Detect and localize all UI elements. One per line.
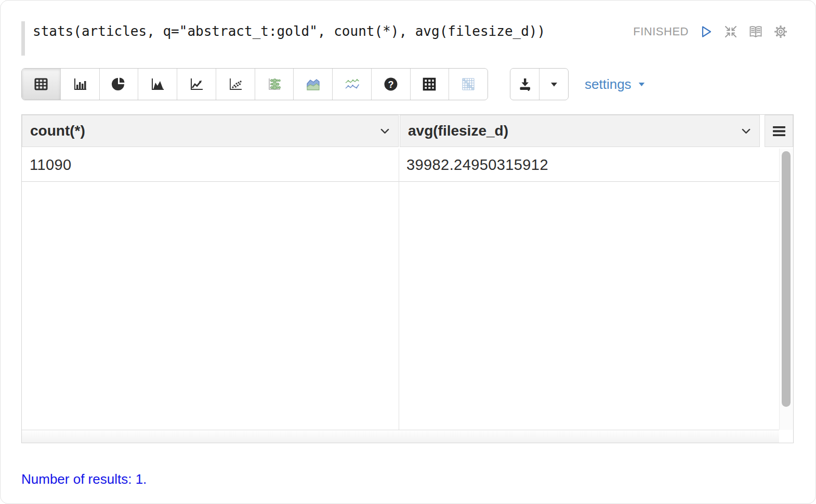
column-header-label: avg(filesize_d) (408, 123, 508, 139)
download-button[interactable] (510, 69, 539, 100)
area-chart-icon (149, 76, 166, 92)
stacked-area-chart-icon (304, 76, 322, 92)
matrix-icon (459, 76, 477, 92)
scatter-chart-icon (227, 76, 244, 92)
hamburger-menu-icon (771, 124, 787, 138)
viz-button-matrix[interactable] (449, 69, 488, 100)
pie-chart-icon (110, 76, 127, 92)
bubble-chart-icon (265, 76, 283, 92)
help-icon: ? (382, 76, 400, 92)
vertical-scrollbar[interactable] (779, 149, 793, 430)
chevron-down-icon[interactable] (379, 127, 391, 136)
download-icon (517, 76, 533, 92)
results-count-note: Number of results: 1. (21, 471, 147, 487)
play-icon (698, 24, 714, 39)
svg-text:?: ? (388, 79, 393, 90)
paragraph-controls: FINISHED (633, 22, 788, 41)
grid-menu-button[interactable] (765, 115, 793, 147)
viz-button-stacked-area-chart[interactable] (293, 69, 332, 100)
viz-button-area-chart[interactable] (138, 69, 177, 100)
viz-toolbar: ? (21, 68, 488, 100)
download-options-button[interactable] (539, 69, 568, 100)
download-split-button (510, 68, 569, 100)
viz-button-bubble-chart[interactable] (255, 69, 294, 100)
settings-toggle[interactable]: settings (585, 68, 647, 100)
table-icon (32, 76, 50, 92)
collapse-button[interactable] (723, 24, 739, 39)
viz-button-bar-chart[interactable] (60, 69, 99, 100)
viz-button-grid[interactable] (410, 69, 449, 100)
line-chart-icon (188, 76, 205, 92)
caret-down-icon (637, 81, 647, 88)
editor-gutter (21, 21, 25, 56)
caret-down-icon (549, 80, 559, 88)
viz-button-scatter-chart[interactable] (216, 69, 255, 100)
cell-avg-filesize: 39982.24950315912 (399, 156, 779, 174)
notebook-paragraph: stats(articles, q="abstract_t:gold", cou… (0, 0, 816, 504)
column-divider (399, 149, 399, 430)
grid-icon (420, 76, 438, 92)
viz-button-multi-line-chart[interactable] (332, 69, 371, 100)
status-badge: FINISHED (633, 25, 689, 38)
viz-button-line-chart[interactable] (177, 69, 216, 100)
viz-button-help[interactable]: ? (371, 69, 410, 100)
cell-count: 11090 (22, 156, 399, 174)
viz-button-pie-chart[interactable] (99, 69, 138, 100)
result-table: count(*) avg(filesize_d) 11090 39982.249… (21, 114, 794, 443)
run-button[interactable] (698, 24, 714, 39)
settings-label: settings (585, 76, 631, 92)
book-icon (748, 24, 764, 39)
gear-icon (773, 24, 788, 39)
table-viewport: 11090 39982.24950315912 (22, 149, 779, 430)
bar-chart-icon (71, 76, 89, 92)
paragraph-settings-button[interactable] (773, 24, 788, 39)
column-header-avg-filesize[interactable]: avg(filesize_d) (400, 115, 760, 147)
editor-toggle-button[interactable] (748, 24, 764, 39)
table-row[interactable]: 11090 39982.24950315912 (22, 149, 779, 182)
multi-line-chart-icon (343, 76, 361, 92)
column-header-count[interactable]: count(*) (22, 115, 399, 147)
viz-button-table[interactable] (22, 69, 60, 100)
compress-icon (723, 24, 739, 39)
column-header-label: count(*) (30, 123, 85, 139)
scrollbar-thumb[interactable] (782, 151, 791, 407)
chevron-down-icon[interactable] (740, 127, 752, 136)
grid-footer (22, 430, 779, 443)
query-code[interactable]: stats(articles, q="abstract_t:gold", cou… (33, 24, 545, 38)
